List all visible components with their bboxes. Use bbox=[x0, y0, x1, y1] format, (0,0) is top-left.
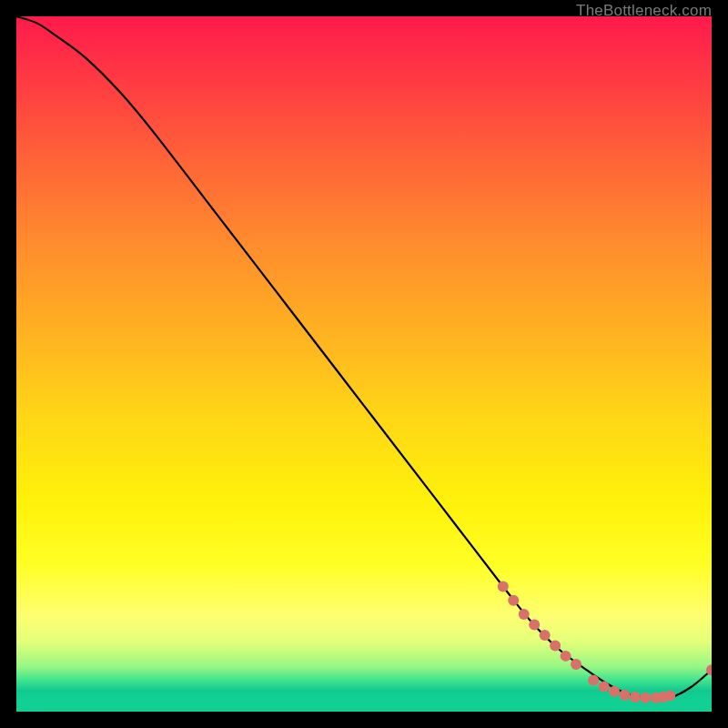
data-point bbox=[540, 630, 551, 641]
data-point bbox=[664, 690, 675, 701]
data-point bbox=[630, 692, 641, 703]
data-point bbox=[561, 651, 571, 662]
data-point bbox=[571, 659, 581, 670]
data-point bbox=[498, 581, 509, 592]
data-markers bbox=[498, 581, 712, 703]
data-point bbox=[599, 681, 610, 692]
bottleneck-curve bbox=[16, 16, 712, 699]
data-point bbox=[609, 686, 620, 697]
data-point bbox=[640, 693, 651, 703]
chart-stage: TheBottleneck.com bbox=[0, 0, 728, 728]
plot-area bbox=[16, 16, 712, 712]
data-point bbox=[620, 690, 631, 701]
data-point bbox=[519, 609, 530, 620]
data-point bbox=[550, 640, 561, 651]
data-point bbox=[588, 675, 599, 686]
chart-svg bbox=[16, 16, 712, 712]
data-point bbox=[529, 620, 540, 631]
data-point bbox=[508, 595, 519, 606]
